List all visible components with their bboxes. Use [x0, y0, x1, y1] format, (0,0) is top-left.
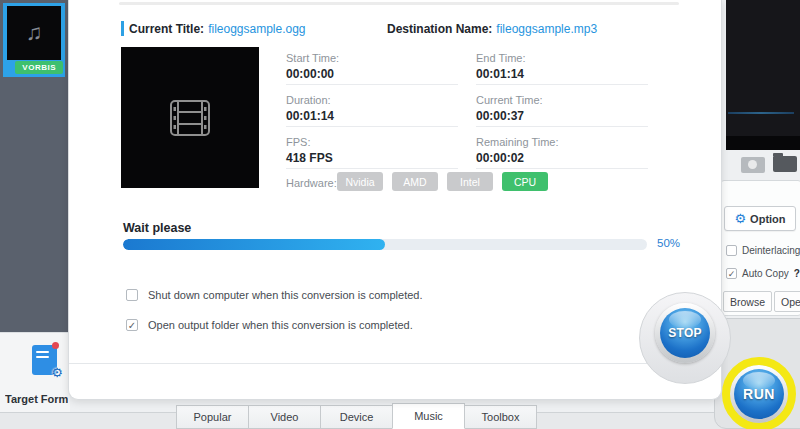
option-button[interactable]: ⚙ Option [724, 206, 796, 231]
tab-music[interactable]: Music [392, 403, 465, 429]
preview-bottom-bar [726, 136, 800, 150]
progress-percent: 50% [657, 237, 680, 249]
target-format-icon: ⚙ [32, 345, 57, 375]
field-label: End Time: [476, 52, 526, 64]
field-value: 00:00:37 [476, 109, 524, 123]
field-value: 418 FPS [286, 151, 333, 165]
divider [69, 363, 721, 364]
progress-bar [123, 239, 647, 250]
media-list-sidebar: ♫ VORBIS [0, 0, 68, 332]
gear-icon: ⚙ [734, 212, 746, 225]
media-thumbnail: ♫ [7, 6, 61, 60]
gear-icon: ⚙ [51, 366, 63, 379]
notification-dot [52, 342, 59, 349]
progress-bar-fill [123, 239, 385, 250]
field-value: 00:00:02 [476, 151, 524, 165]
field-label: Start Time: [286, 52, 339, 64]
destination-filename: fileoggsample.mp3 [496, 22, 597, 36]
hardware-options: Nvidia AMD Intel CPU [337, 172, 548, 191]
shutdown-checkbox[interactable] [126, 289, 138, 301]
hardware-amd-button[interactable]: AMD [392, 172, 438, 191]
tab-toolbox[interactable]: Toolbox [464, 405, 537, 429]
media-item-selected[interactable]: ♫ VORBIS [3, 3, 65, 77]
destination-name: Destination Name:fileoggsample.mp3 [387, 22, 597, 36]
open-folder-checkbox[interactable]: ✓ [126, 319, 138, 331]
target-format-panel[interactable]: ⚙ Target Forma [0, 332, 70, 412]
deinterlacing-label: Deinterlacing [742, 245, 800, 256]
auto-copy-label: Auto Copy [742, 268, 789, 279]
divider [476, 84, 648, 85]
format-category-tabs: Popular Video Device Music Toolbox [177, 403, 537, 429]
tab-popular[interactable]: Popular [176, 405, 249, 429]
divider [286, 168, 458, 169]
converter-app-window: ♫ VORBIS ⚙ Target Forma Popular Video De… [0, 0, 800, 429]
field-label: Remaining Time: [476, 136, 559, 148]
run-button[interactable]: RUN [734, 369, 784, 419]
field-value: 00:01:14 [476, 67, 524, 81]
open-button[interactable]: Open [774, 291, 800, 312]
folder-icon[interactable] [773, 156, 797, 172]
accent-bar [121, 21, 124, 36]
conversion-progress-dialog: Current Title:fileoggsample.ogg Destinat… [68, 0, 722, 400]
field-label: Duration: [286, 94, 331, 106]
field-value: 00:00:00 [286, 67, 334, 81]
field-label: Current Time: [476, 94, 543, 106]
music-note-icon: ♫ [26, 22, 43, 44]
browse-button[interactable]: Browse [723, 291, 772, 312]
field-label: FPS: [286, 136, 310, 148]
hardware-cpu-button[interactable]: CPU [502, 172, 548, 191]
divider [476, 126, 648, 127]
open-folder-label: Open output folder when this conversion … [148, 319, 413, 331]
preview-seekbar [728, 112, 794, 114]
video-thumbnail [121, 47, 259, 188]
tab-video[interactable]: Video [248, 405, 321, 429]
format-badge: VORBIS [15, 61, 63, 74]
snapshot-icon[interactable] [741, 157, 765, 173]
field-value: 00:01:14 [286, 109, 334, 123]
shutdown-label: Shut down computer when this conversion … [148, 289, 423, 301]
output-settings-panel: ⚙ Option Deinterlacing ✓ Auto Copy ? Bro… [720, 180, 800, 316]
current-title-filename: fileoggsample.ogg [208, 22, 305, 36]
video-preview-panel [726, 0, 800, 150]
hardware-intel-button[interactable]: Intel [447, 172, 493, 191]
target-format-label: Target Forma [5, 393, 68, 405]
hardware-label: Hardware: [286, 177, 337, 189]
deinterlacing-checkbox[interactable] [726, 245, 737, 256]
divider [286, 126, 458, 127]
film-icon [169, 99, 211, 137]
divider [476, 168, 648, 169]
current-title: Current Title:fileoggsample.ogg [129, 22, 306, 36]
hardware-nvidia-button[interactable]: Nvidia [337, 172, 383, 191]
scrollbar[interactable] [119, 2, 679, 5]
stop-button[interactable]: STOP [660, 308, 710, 358]
auto-copy-help[interactable]: ? [794, 268, 800, 279]
progress-status-label: Wait please [123, 221, 191, 235]
auto-copy-checkbox[interactable]: ✓ [726, 268, 737, 279]
tab-device[interactable]: Device [320, 405, 393, 429]
divider [286, 84, 458, 85]
